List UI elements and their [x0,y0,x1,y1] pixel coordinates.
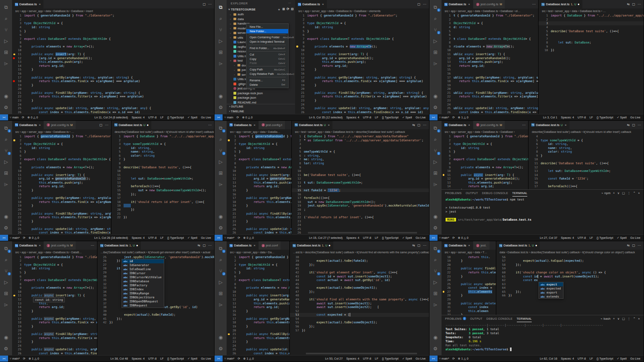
search-icon[interactable]: ⌕ [2,14,10,23]
gutter[interactable]: 7 [442,157,454,161]
gutter[interactable]: 23 [227,340,239,343]
gutter[interactable]: 4 [295,25,307,29]
gutter[interactable]: 1 [295,14,307,17]
horizontal-scrollbar[interactable] [306,353,417,354]
menu-item[interactable]: Copy PathAlt+Ctrl+C [246,67,288,72]
gutter[interactable]: 26 [97,259,109,263]
gutter[interactable]: 11 [227,173,239,177]
gutter[interactable]: 1 [111,134,124,138]
suggest-item[interactable]: abcIDBObjectStore [122,296,164,300]
gutter[interactable]: 9 [227,286,239,290]
code-editor[interactable]: 1import { generateRandomId } from "./IdG… [12,255,97,355]
sync-icon[interactable]: ⟳ [20,116,26,119]
gutter[interactable]: 55 [290,321,302,324]
eol-item[interactable]: LF [590,116,593,119]
gutter[interactable]: 19 [442,259,454,263]
encoding-item[interactable]: UTF-8 [578,236,586,240]
gutter[interactable]: 37 [97,302,109,305]
search-icon[interactable]: ⌕ [216,14,225,23]
gutter[interactable]: 31 [442,305,454,309]
remote-indicator[interactable]: >< [215,114,223,120]
tab-close-icon[interactable]: × [39,2,41,6]
gutter[interactable]: 19 [295,83,307,87]
gutter[interactable]: 4 [442,25,454,29]
gutter[interactable]: 29 [442,298,454,301]
gutter[interactable]: 17 [12,76,24,79]
gutter[interactable]: 62 [496,278,508,282]
spell-item[interactable]: ✓ Spell [617,357,626,360]
gutter[interactable]: 12 [295,56,307,60]
new-file-icon[interactable]: ＋ [277,7,281,12]
spell-item[interactable]: ✓ Spell [188,236,197,240]
gutter[interactable]: 32 [442,309,454,313]
gutter[interactable]: 14 [12,184,24,188]
language-mode-item[interactable]: {} TypeScript [382,357,398,360]
remote-icon[interactable]: ⌲ [216,180,225,189]
gutter[interactable]: 6 [295,33,307,37]
gutter[interactable]: 15 [442,188,454,189]
gutter[interactable]: 63 [496,282,508,286]
tree-item[interactable]: README.md [227,100,295,104]
shell-selector[interactable]: ⌁ bash [601,317,611,321]
settings-gear-icon[interactable]: ⚙ [216,103,225,112]
gutter[interactable]: 19 [12,325,24,328]
gutter[interactable]: 3 [12,21,24,25]
encoding-item[interactable]: UTF-8 [363,357,372,360]
panel-tab-terminal[interactable]: TERMINAL [517,315,532,322]
gutter[interactable]: 20 [295,87,307,91]
gutter[interactable]: 12 [227,298,239,301]
eol-item[interactable]: LF [160,236,164,240]
tab-dirty-icon[interactable]: ● [578,2,580,6]
settings-gear-icon[interactable]: ⚙ [431,103,440,112]
breakpoint-icon[interactable] [13,57,15,59]
compare-icon[interactable]: ⇆ [627,123,630,127]
code-editor[interactable]: 1import { generateRandomId } from "./IdG… [442,134,528,190]
gutter[interactable]: 9 [12,286,24,290]
encoding-item[interactable]: UTF-8 [148,236,157,240]
gutter[interactable]: 26 [12,231,24,234]
gutter[interactable]: 20 [442,87,454,91]
code-editor[interactable]: 1import { generateRandomId } from "./IdG… [227,255,289,355]
gutter[interactable]: 10 [111,169,124,173]
remote-indicator[interactable]: >< [0,235,8,241]
code-editor[interactable]: 1import { generateRandomId } from "./IdG… [227,134,291,235]
gutter[interactable]: 9 [12,45,24,48]
language-mode-item[interactable]: {} TypeScript [167,116,184,119]
gutter[interactable]: 7 [528,146,541,150]
indentation-item[interactable]: Spaces: 4 [132,357,144,360]
suggest-item[interactable]: abcIdGenerator [122,263,164,267]
section-timeline[interactable]: › TIMELINE [227,109,295,114]
gutter[interactable]: 9 [292,165,304,169]
gutter[interactable]: 17 [12,196,24,200]
gutter[interactable]: 5 [442,150,454,153]
settings-gear-icon[interactable]: ⚙ [431,223,440,233]
code-editor[interactable]: 45type someTypeWithId = {6 id: string,7 … [528,134,644,190]
gutter[interactable]: 60 [496,271,508,274]
panel-tab-output[interactable]: OUTPUT [470,315,483,322]
gutter[interactable]: 14 [227,184,239,188]
extensions-icon[interactable]: ⊞ [216,48,225,57]
maximize-panel-icon[interactable]: ⌃ [633,191,636,195]
gutter[interactable]: 24 [227,344,239,348]
gutter[interactable]: 8 [227,282,239,286]
gutter[interactable]: 18 [295,79,307,83]
go-live-item[interactable]: Go Live [416,357,426,360]
tab-jest-config-t[interactable]: Jjest.config.t [259,121,285,129]
gutter[interactable]: 53 [290,313,302,316]
breadcrumb[interactable]: src › app › server_app › data › DataBa… [227,129,291,134]
gutter[interactable]: 1 [442,14,454,17]
tree-item[interactable]: package.json [227,95,295,100]
tab-dirty-icon[interactable]: ● [328,244,330,247]
gutter[interactable]: 25 [12,106,24,110]
indentation-item[interactable]: Spaces: 4 [346,236,359,240]
gutter[interactable]: 14 [227,305,239,309]
remote-icon[interactable]: ⌲ [216,300,225,310]
tab-database-ts[interactable]: TSDataBase.ts× [295,0,327,8]
gutter[interactable]: 14 [528,173,541,177]
gutter[interactable]: 27 [97,263,109,267]
gutter[interactable]: 23 [295,99,307,102]
gutter[interactable]: 19 [292,204,304,207]
gutter[interactable]: 57 [290,329,302,332]
code-editor[interactable]: 25 jest.spyOn(IdGenerator, 'generateRand… [97,255,215,355]
menu-item[interactable]: New File... [246,25,288,29]
